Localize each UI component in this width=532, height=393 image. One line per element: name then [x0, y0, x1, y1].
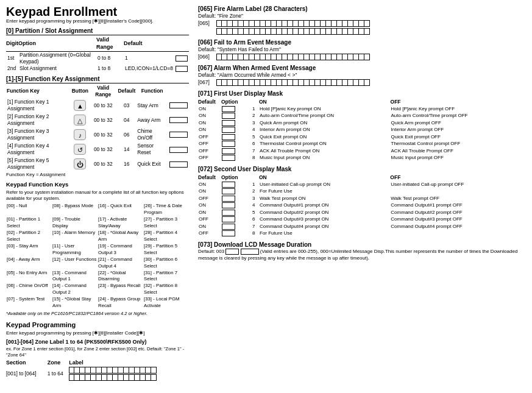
mask-off: Quick Arm prompt OFF — [391, 119, 526, 127]
fk-item: [18] - *Global Away Arm — [98, 230, 143, 243]
mask-num: 3 — [252, 195, 259, 202]
fk-item: [02] - Partition 2 Select — [6, 230, 52, 243]
mask-default: ON — [198, 223, 221, 230]
mask-off — [390, 230, 526, 238]
mask-on: ACK All Trouble Prompt ON — [259, 147, 391, 155]
cell: 2nd — [6, 65, 18, 72]
mask-option-input — [221, 209, 252, 216]
fkey-button: ♪ — [71, 127, 89, 142]
fkey-function: Stay Arm — [136, 98, 168, 113]
zone-col-zone: Zone — [48, 359, 69, 367]
mask-num: 2 — [252, 188, 259, 196]
fk-item: [28] - Partition 4 Select — [143, 230, 189, 243]
s071-table: Default Option ON OFF ON 1 Hold [P]anic … — [198, 99, 526, 161]
fkey-function: Chime On/Off — [136, 127, 168, 142]
mask-on: Walk Test prompt ON — [259, 195, 390, 202]
mask-num: 6 — [252, 216, 259, 224]
fkey-label: [4] Function Key 4 Assignment — [6, 142, 71, 157]
fkey-input — [168, 157, 189, 171]
mask-row: ON 4 Interior Arm prompt ON Interior Arm… — [198, 127, 526, 134]
col-on: ON — [259, 99, 391, 105]
mask-option-input — [221, 141, 252, 148]
fkey-col-range: Valid Range — [89, 85, 117, 98]
fkey-default: 14 — [117, 142, 136, 157]
section-066: [066] Fail to Arm Event Message Default:… — [198, 38, 526, 60]
mask-default: ON — [198, 105, 221, 113]
fkey-row: [5] Function Key 5 Assignment ⏻ 00 to 32… — [6, 157, 189, 171]
partition-slot-header: [0] Partition / Slot Assignment — [6, 27, 189, 35]
s066-default: Default: "System Has Failed to Arm" — [198, 46, 526, 53]
mask-off: Thermostat Control prompt OFF — [391, 141, 526, 148]
mask-option-input — [221, 147, 252, 155]
s067-input-row: [067] — [198, 79, 526, 86]
keypad-prog-intro: Enter keypad programming by pressing [✱]… — [6, 330, 189, 336]
fkey-function: Away Arm — [136, 113, 168, 127]
fk-item: [22] - *Global Disarming — [98, 270, 143, 283]
s067-default: Default: "Alarm Occurred While Armed < >… — [198, 72, 526, 79]
mask-default: ON — [198, 127, 221, 134]
s073-text: Default: 003 (Valid entries are 000-255)… — [198, 249, 526, 261]
fkey-note: Function Key = Assignment — [6, 172, 189, 178]
fk-item: [05] - No Entry Arm — [6, 270, 52, 283]
mask-on: Command Output#1 prompt ON — [259, 202, 390, 210]
mask-option-input — [221, 195, 252, 202]
col-on: ON — [259, 174, 390, 181]
fk-item: [15] - *Global Stay Arm — [52, 296, 98, 310]
mask-on: Quick Arm prompt ON — [259, 119, 391, 127]
cell: 1 — [124, 51, 174, 65]
s066-input-row: [066] — [198, 54, 526, 60]
cell: 1 to 8 — [96, 65, 124, 72]
mask-num: 1 — [252, 181, 259, 188]
right-column: [065] Fire Alarm Label (28 Characters) D… — [195, 5, 526, 381]
mask-row: OFF 8 For Future Use — [198, 230, 526, 238]
fkey-label: [3] Function Key 3 Assignment — [6, 127, 71, 142]
mask-default: OFF — [198, 155, 221, 162]
s067-label: [067] — [198, 79, 215, 86]
mask-num: 7 — [252, 147, 259, 155]
cell — [69, 366, 189, 381]
fkey-icon: ♪ — [74, 129, 86, 140]
mask-row: ON 7 Command Output#4 prompt ON Command … — [198, 223, 526, 230]
fk-item: [14] - Command Output 2 — [52, 283, 98, 296]
fk-item: [07] - System Test — [6, 296, 52, 310]
fk-item: [29] - Partition 5 Select — [143, 243, 189, 257]
table-row: 2nd Slot Assignment 1 to 8 LED,ICON=1/LC… — [6, 65, 189, 72]
mask-default: ON — [198, 188, 221, 196]
fkey-default: 06 — [117, 127, 136, 142]
mask-default: OFF — [198, 195, 221, 202]
mask-on: Command Output#2 prompt ON — [259, 209, 390, 216]
mask-default: OFF — [198, 147, 221, 155]
fk-item: [11] - User Programming — [52, 243, 98, 257]
mask-row: ON 5 Command Output#2 prompt ON Command … — [198, 209, 526, 216]
mask-off: Auto-arm Control/Time prompt OFF — [391, 113, 526, 120]
mask-off: Command Output#1 prompt OFF — [390, 202, 526, 210]
fkey-default: 03 — [117, 98, 136, 113]
mask-default: OFF — [198, 230, 221, 238]
mask-default: OFF — [198, 141, 221, 148]
mask-row: OFF 8 Music Input prompt ON Music Input … — [198, 155, 526, 162]
s071-header: [071] First User Display Mask — [198, 90, 526, 97]
mask-option-input — [221, 216, 252, 224]
left-column: Keypad Enrollment Enter keypad programmi… — [6, 5, 189, 381]
fkey-button: ▲ — [71, 98, 89, 113]
mask-option-input — [221, 202, 252, 210]
table-row: 1st Partition Assignment (0=Global Keypa… — [6, 51, 189, 65]
col-option: Option — [18, 37, 96, 51]
fk-item: [13] - Command Output 1 — [52, 270, 98, 283]
s065-input-row: [065] — [198, 20, 526, 27]
fk-note: *Available only on the PC1616/PC1832/PC1… — [6, 311, 189, 317]
mask-row: OFF 6 Thermostat Control prompt ON Therm… — [198, 141, 526, 148]
section-072: [072] Second User Display Mask Default O… — [198, 165, 526, 237]
fkey-row: [3] Function Key 3 Assignment ♪ 00 to 32… — [6, 127, 189, 142]
zone-label-desc: ex. For Zone 1 enter section [001], for … — [6, 346, 189, 358]
mask-on: For Future Use — [259, 188, 390, 196]
fk-item: [00] - Null — [6, 203, 52, 216]
mask-row: ON 1 User-initiated Call-up prompt ON Us… — [198, 181, 526, 188]
mask-on: Auto-arm Control/Time prompt ON — [259, 113, 391, 120]
s073-header: [073] Download LCD Message Duration — [198, 241, 526, 249]
mask-num: 7 — [252, 223, 259, 230]
mask-off: Command Output#2 prompt OFF — [390, 209, 526, 216]
fkey-icon: ↺ — [74, 144, 86, 155]
mask-on: Thermostat Control prompt ON — [259, 141, 391, 148]
fk-item: [23] - Bypass Recall — [98, 283, 143, 296]
